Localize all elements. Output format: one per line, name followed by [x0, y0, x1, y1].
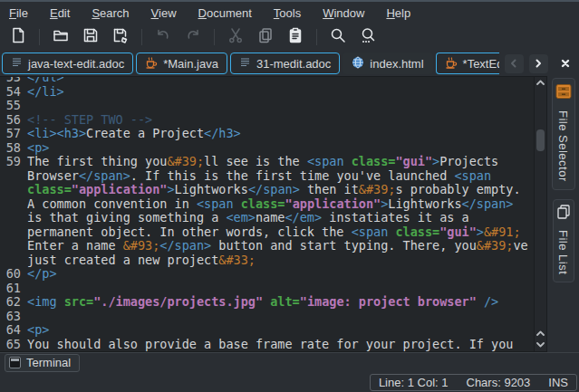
- sidebar-tab-file-selector[interactable]: File Selector: [552, 78, 575, 190]
- code-text: <p>: [27, 141, 534, 156]
- line-number: 54: [0, 85, 27, 100]
- menu-edit[interactable]: Edit: [50, 6, 70, 20]
- editor-scrollbar[interactable]: [534, 77, 546, 351]
- code-view[interactable]: 53</ul>54</li>5556<!-- STEP TWO -->57<li…: [0, 77, 534, 351]
- menu-tools[interactable]: Tools: [274, 6, 301, 20]
- tab-31-medit-adoc[interactable]: 31-medit.adoc: [230, 53, 340, 74]
- char-count: Chars: 9203: [467, 376, 531, 389]
- save-as-button[interactable]: [110, 26, 131, 48]
- toolbar-separator: [316, 29, 317, 45]
- toolbar-separator: [141, 29, 142, 45]
- status-bar: Line: 1 Col: 1 Chars: 9203 INS: [0, 373, 579, 392]
- paste-button[interactable]: [285, 26, 306, 48]
- line-number: [0, 197, 27, 212]
- line-number: [0, 239, 27, 253]
- search-dots-icon: [359, 26, 377, 48]
- scroll-down-icon[interactable]: [535, 339, 546, 349]
- code-row: 62<img src="./images/projects.jpg" alt="…: [0, 295, 534, 310]
- terminal-toggle-button[interactable]: Terminal: [5, 354, 80, 372]
- line-number: 59: [0, 155, 27, 169]
- side-panel: File Selector File List: [547, 76, 579, 352]
- tab-label: *TextEd: [463, 57, 499, 71]
- paste-icon: [286, 26, 304, 48]
- tab-close-button[interactable]: [556, 54, 575, 73]
- redo-icon: [184, 26, 202, 48]
- code-text: <img src="./images/projects.jpg" alt="im…: [27, 295, 534, 310]
- code-text: just created a new project&#33;: [27, 253, 534, 268]
- find-variant-button[interactable]: [357, 26, 379, 48]
- line-number: 65: [0, 338, 27, 352]
- tab-scroll-right-button[interactable]: [529, 54, 548, 73]
- menu-help[interactable]: Help: [386, 6, 410, 20]
- terminal-panel-bar: Terminal: [0, 352, 579, 373]
- chevron-right-icon: [534, 55, 543, 72]
- cursor-position[interactable]: Line: 1 Col: 1: [379, 376, 449, 389]
- code-row: class="application">Lightworks</span> th…: [0, 183, 534, 197]
- code-text: [27, 310, 534, 324]
- toolbar: [0, 24, 579, 51]
- undo-icon: [154, 26, 172, 48]
- menu-document[interactable]: Document: [198, 6, 252, 20]
- tab-index-html[interactable]: index.html: [343, 53, 432, 74]
- code-row: 56<!-- STEP TWO -->: [0, 113, 534, 128]
- code-row: Browser</span>. If this is the first tim…: [0, 169, 534, 184]
- copy-button[interactable]: [255, 26, 276, 48]
- tab-main-java[interactable]: *Main.java: [136, 53, 227, 74]
- save-button[interactable]: [80, 26, 101, 48]
- code-text: </li>: [27, 85, 534, 100]
- scrollbar-thumb[interactable]: [536, 129, 545, 151]
- menu-window[interactable]: Window: [323, 6, 364, 20]
- line-number: [0, 253, 27, 268]
- code-row: 58<p>: [0, 141, 534, 156]
- code-row: 65You should also provide a base frame r…: [0, 338, 534, 352]
- code-text: <p>: [27, 323, 534, 338]
- line-number: 57: [0, 127, 27, 141]
- line-number: 64: [0, 323, 27, 338]
- tab-texted[interactable]: *TextEd: [436, 53, 499, 74]
- code-text: <!-- STEP TWO -->: [27, 113, 534, 128]
- code-text: </p>: [27, 267, 534, 282]
- java-coffee-icon: [445, 56, 458, 72]
- copy-icon: [256, 26, 275, 48]
- editor: 53</ul>54</li>5556<!-- STEP TWO -->57<li…: [0, 76, 547, 352]
- line-number: [0, 183, 27, 197]
- insert-mode-indicator[interactable]: INS: [548, 376, 568, 389]
- code-text: A common convention in <span class="appl…: [27, 197, 534, 212]
- sidebar-tab-file-list[interactable]: File List: [553, 199, 574, 282]
- code-row: 59The first thing you&#39;ll see is the …: [0, 155, 534, 169]
- tab-scroll-left-button[interactable]: [505, 54, 524, 73]
- sidebar-tab-label: File List: [556, 230, 570, 274]
- find-button[interactable]: [327, 26, 349, 48]
- cut-icon: [227, 26, 245, 48]
- undo-button[interactable]: [152, 26, 174, 48]
- code-row: Enter a name &#93;</span> button and sta…: [0, 239, 534, 253]
- tab-java-text-edit-adoc[interactable]: java-text-edit.adoc: [2, 53, 133, 74]
- new-document-button[interactable]: [7, 26, 29, 48]
- toolbar-separator: [39, 29, 40, 45]
- text-document-icon: [239, 56, 251, 71]
- tab-bar: java-text-edit.adoc *Main.java 31-medit.…: [0, 51, 579, 76]
- scroll-up-icon[interactable]: [535, 77, 546, 88]
- cut-button[interactable]: [225, 26, 246, 48]
- editor-window: File Edit Search View Document Tools Win…: [0, 0, 579, 392]
- line-number: [0, 169, 27, 184]
- code-row: 57<li><h3>Create a Project</h3>: [0, 127, 534, 141]
- code-text: class="application">Lightworks</span> th…: [27, 183, 534, 197]
- menu-search[interactable]: Search: [92, 6, 129, 20]
- redo-button[interactable]: [182, 26, 204, 48]
- open-folder-button[interactable]: [50, 26, 72, 48]
- scroll-up-icon[interactable]: [535, 328, 546, 339]
- tab-label: *Main.java: [163, 57, 218, 71]
- card-file-drawer-icon: [555, 82, 573, 104]
- menu-file[interactable]: File: [9, 6, 28, 20]
- line-number: [0, 225, 27, 240]
- code-text: [27, 99, 534, 113]
- open-folder-icon: [52, 26, 70, 48]
- code-text: </ul>: [27, 77, 534, 85]
- menu-view[interactable]: View: [151, 6, 177, 20]
- code-text: [27, 282, 534, 296]
- tab-label: index.html: [370, 57, 423, 71]
- sidebar-tab-label: File Selector: [556, 110, 570, 182]
- code-text: The first thing you&#39;ll see is the <s…: [27, 155, 534, 169]
- code-row: is that giving something a <em>name</em>…: [0, 211, 534, 225]
